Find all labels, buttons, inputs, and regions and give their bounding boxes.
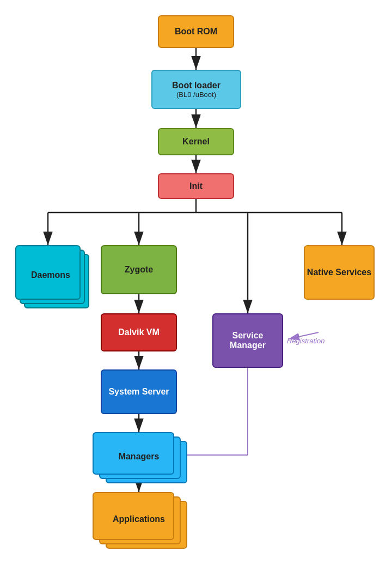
native-services-box: Native Services	[304, 245, 375, 300]
daemons-stacked: Daemons	[15, 245, 86, 305]
boot-loader-label: Boot loader (BL0 /uBoot)	[172, 81, 220, 99]
applications-stacked: Applications	[93, 492, 185, 547]
managers-stacked: Managers	[93, 432, 185, 481]
system-server-label: System Server	[108, 387, 169, 397]
service-manager-label: Service Manager	[213, 331, 282, 350]
boot-rom-label: Boot ROM	[175, 27, 217, 37]
applications-label: Applications	[93, 492, 185, 547]
dalvik-vm-label: Dalvik VM	[118, 328, 160, 337]
boot-loader-box: Boot loader (BL0 /uBoot)	[151, 70, 241, 109]
daemons-label: Daemons	[15, 245, 86, 305]
managers-label: Managers	[93, 432, 185, 481]
init-label: Init	[189, 181, 203, 191]
init-box: Init	[158, 173, 234, 199]
boot-rom-box: Boot ROM	[158, 15, 234, 48]
kernel-box: Kernel	[158, 128, 234, 155]
service-manager-box: Service Manager	[212, 313, 283, 368]
registration-label: Registration	[287, 337, 324, 345]
zygote-box: Zygote	[101, 245, 177, 294]
system-server-box: System Server	[101, 369, 177, 414]
kernel-label: Kernel	[182, 137, 210, 147]
dalvik-vm-box: Dalvik VM	[101, 313, 177, 351]
native-services-label: Native Services	[307, 268, 371, 277]
zygote-label: Zygote	[125, 265, 153, 275]
diagram: Boot ROM Boot loader (BL0 /uBoot) Kernel…	[0, 0, 392, 564]
